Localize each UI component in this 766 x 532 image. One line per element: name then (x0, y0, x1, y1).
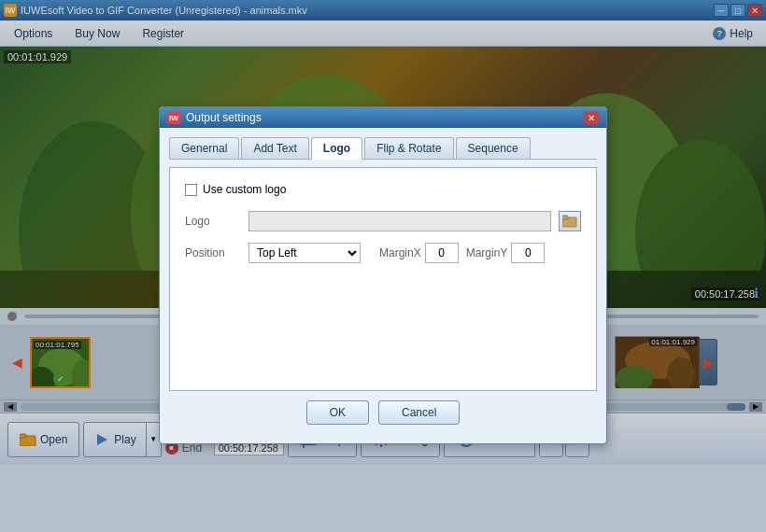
dialog-title-left: IW Output settings (167, 111, 262, 124)
logo-input[interactable] (248, 211, 551, 231)
margin-x-input[interactable] (425, 243, 459, 263)
dialog-app-icon: IW (167, 111, 180, 124)
margin-y-input[interactable] (511, 243, 545, 263)
tab-flip-rotate[interactable]: Flip & Rotate (364, 137, 453, 159)
tab-sequence[interactable]: Sequence (456, 137, 531, 159)
margin-y-label: MarginY (466, 246, 508, 259)
dialog-tabs: Genernal Add Text Logo Flip & Rotate Seq… (169, 137, 597, 160)
dialog-title-bar: IW Output settings ✕ (160, 107, 606, 128)
cancel-button[interactable]: Cancel (378, 400, 460, 425)
tab-logo[interactable]: Logo (311, 137, 362, 160)
dialog-overlay: IW Output settings ✕ Genernal Add Text L… (0, 0, 766, 532)
browse-button[interactable] (559, 211, 581, 231)
svg-rect-34 (562, 216, 568, 219)
position-row: Position Top Left Top Right Bottom Left … (185, 243, 581, 263)
ok-button[interactable]: OK (306, 400, 369, 425)
dialog-body: Genernal Add Text Logo Flip & Rotate Seq… (160, 128, 606, 443)
output-settings-dialog: IW Output settings ✕ Genernal Add Text L… (159, 106, 607, 444)
use-custom-logo-label: Use custom logo (203, 183, 286, 196)
logo-input-row: Logo (185, 211, 581, 231)
margin-x-label: MarginX (379, 246, 421, 259)
dialog-footer: OK Cancel (169, 391, 597, 434)
margin-y-group: MarginY (466, 243, 546, 263)
dialog-close-button[interactable]: ✕ (584, 111, 599, 124)
dialog-title: Output settings (186, 111, 262, 124)
use-custom-logo-checkbox[interactable] (185, 184, 197, 196)
dialog-content: Use custom logo Logo Position (169, 167, 597, 391)
position-select[interactable]: Top Left Top Right Bottom Left Bottom Ri… (248, 243, 361, 263)
tab-genernal[interactable]: Genernal (169, 137, 239, 159)
margin-x-group: MarginX (379, 243, 459, 263)
position-label: Position (185, 246, 241, 259)
tab-add-text[interactable]: Add Text (241, 137, 308, 159)
logo-label: Logo (185, 215, 241, 228)
custom-logo-row: Use custom logo (185, 183, 581, 196)
